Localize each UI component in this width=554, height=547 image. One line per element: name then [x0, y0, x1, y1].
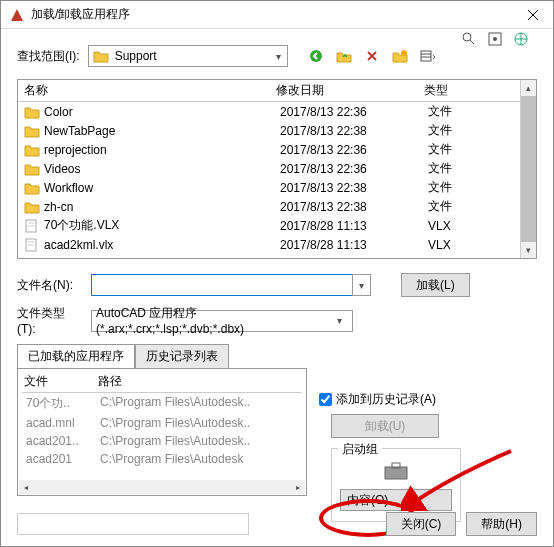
file-date: 2017/8/28 11:13	[280, 238, 428, 252]
startup-title: 启动组	[338, 441, 382, 458]
view-icons	[459, 29, 531, 49]
up-folder-icon[interactable]	[334, 46, 354, 66]
right-panel: 添加到历史记录(A) 卸载(U) 启动组 内容(O)...	[319, 391, 519, 522]
bottom-bar: 关闭(C) 帮助(H)	[17, 512, 537, 536]
folder-icon	[24, 181, 40, 195]
search-label: 查找范围(I):	[17, 48, 80, 65]
briefcase-icon	[383, 461, 409, 481]
file-type: 文件	[428, 122, 498, 139]
back-icon[interactable]	[306, 46, 326, 66]
file-type: 文件	[428, 179, 498, 196]
col-header-type[interactable]: 类型	[424, 82, 504, 99]
loaded-row[interactable]: acad201C:\Program Files\Autodesk	[22, 450, 302, 468]
loaded-file: acad.mnl	[24, 416, 100, 430]
filetype-label: 文件类型(T):	[17, 305, 83, 336]
tab-loaded[interactable]: 已加载的应用程序	[17, 344, 135, 368]
titlebar[interactable]: 加载/卸载应用程序	[1, 1, 553, 29]
file-icon	[24, 219, 40, 233]
file-name: Color	[44, 105, 280, 119]
file-type: VLX	[428, 238, 498, 252]
file-row[interactable]: Workflow2017/8/13 22:38文件	[18, 178, 536, 197]
preview-icon[interactable]	[485, 29, 505, 49]
chevron-down-icon[interactable]: ▾	[270, 51, 287, 62]
loaded-row[interactable]: 70个功..C:\Program Files\Autodesk..	[22, 393, 302, 414]
file-row[interactable]: Color2017/8/13 22:36文件	[18, 102, 536, 121]
file-row[interactable]: 70个功能.VLX2017/8/28 11:13VLX	[18, 216, 536, 235]
chevron-down-icon[interactable]: ▾	[331, 315, 348, 326]
dialog-window: 加载/卸载应用程序 查找范围(I): Support ▾	[0, 0, 554, 547]
titlebar-title: 加载/卸载应用程序	[31, 6, 513, 23]
file-name: Workflow	[44, 181, 280, 195]
file-name: 70个功能.VLX	[44, 217, 280, 234]
svg-point-13	[401, 50, 407, 56]
folder-icon	[24, 143, 40, 157]
status-box	[17, 513, 249, 535]
file-name: zh-cn	[44, 200, 280, 214]
file-row[interactable]: acad2kml.vlx2017/8/28 11:13VLX	[18, 235, 536, 254]
load-button[interactable]: 加载(L)	[401, 273, 470, 297]
col-header-name[interactable]: 名称	[18, 82, 276, 99]
scroll-right-icon[interactable]: ▸	[291, 480, 305, 494]
file-name: Videos	[44, 162, 280, 176]
filename-dropdown-icon[interactable]: ▾	[352, 274, 371, 296]
col-header-date[interactable]: 修改日期	[276, 82, 424, 99]
close-icon[interactable]	[513, 1, 553, 29]
file-list: 名称 修改日期 类型 Color2017/8/13 22:36文件NewTabP…	[17, 79, 537, 259]
file-icon	[24, 238, 40, 252]
loaded-row[interactable]: acad.mnlC:\Program Files\Autodesk..	[22, 414, 302, 432]
find-file-icon[interactable]	[459, 29, 479, 49]
filetype-text: AutoCAD 应用程序(*.arx;*.crx;*.lsp;*.dvb;*.d…	[96, 305, 331, 336]
loaded-file: acad201	[24, 452, 100, 466]
svg-point-6	[493, 37, 497, 41]
folder-icon	[24, 124, 40, 138]
loaded-path: C:\Program Files\Autodesk..	[100, 416, 302, 430]
file-type: 文件	[428, 103, 498, 120]
content-button[interactable]: 内容(O)...	[340, 489, 452, 511]
loaded-row[interactable]: acad201..C:\Program Files\Autodesk..	[22, 432, 302, 450]
add-history-input[interactable]	[319, 393, 332, 406]
new-folder-icon[interactable]	[390, 46, 410, 66]
dialog-content: 查找范围(I): Support ▾ 名称 修改日期 类型	[1, 29, 553, 546]
loaded-file: acad201..	[24, 434, 100, 448]
file-list-body[interactable]: Color2017/8/13 22:36文件NewTabPage2017/8/1…	[18, 102, 536, 258]
unload-button[interactable]: 卸载(U)	[331, 414, 439, 438]
views-icon[interactable]	[418, 46, 438, 66]
file-row[interactable]: NewTabPage2017/8/13 22:38文件	[18, 121, 536, 140]
file-row[interactable]: zh-cn2017/8/13 22:38文件	[18, 197, 536, 216]
file-row[interactable]: reprojection2017/8/13 22:36文件	[18, 140, 536, 159]
scroll-down-icon[interactable]: ▾	[521, 242, 536, 258]
loaded-col-path[interactable]: 路径	[98, 373, 302, 390]
delete-icon[interactable]	[362, 46, 382, 66]
add-history-checkbox[interactable]: 添加到历史记录(A)	[319, 391, 519, 408]
scroll-left-icon[interactable]: ◂	[19, 480, 33, 494]
tab-history[interactable]: 历史记录列表	[135, 344, 229, 368]
file-name: reprojection	[44, 143, 280, 157]
loaded-col-file[interactable]: 文件	[22, 373, 98, 390]
scroll-up-icon[interactable]: ▴	[521, 80, 536, 96]
folder-icon	[93, 49, 111, 63]
help-button[interactable]: 帮助(H)	[466, 512, 537, 536]
loaded-file: 70个功..	[24, 395, 100, 412]
app-icon	[9, 7, 25, 23]
filetype-combo[interactable]: AutoCAD 应用程序(*.arx;*.crx;*.lsp;*.dvb;*.d…	[91, 310, 353, 332]
filename-input[interactable]	[91, 274, 353, 296]
loaded-body[interactable]: 70个功..C:\Program Files\Autodesk..acad.mn…	[22, 393, 302, 468]
file-list-header: 名称 修改日期 类型	[18, 80, 536, 102]
filename-row: 文件名(N): ▾ 加载(L)	[17, 273, 537, 297]
filetype-row: 文件类型(T): AutoCAD 应用程序(*.arx;*.crx;*.lsp;…	[17, 305, 537, 336]
close-button[interactable]: 关闭(C)	[386, 512, 457, 536]
web-icon[interactable]	[511, 29, 531, 49]
path-select[interactable]: Support ▾	[88, 45, 288, 67]
folder-icon	[24, 105, 40, 119]
file-date: 2017/8/13 22:36	[280, 143, 428, 157]
h-scrollbar[interactable]: ◂ ▸	[19, 480, 305, 494]
file-row[interactable]: Videos2017/8/13 22:36文件	[18, 159, 536, 178]
scrollbar[interactable]: ▴ ▾	[520, 80, 536, 258]
loaded-path: C:\Program Files\Autodesk..	[100, 434, 302, 448]
svg-rect-14	[421, 51, 431, 61]
file-name: NewTabPage	[44, 124, 280, 138]
loaded-path: C:\Program Files\Autodesk	[100, 452, 302, 466]
svg-line-4	[470, 40, 474, 44]
file-type: 文件	[428, 198, 498, 215]
add-history-label: 添加到历史记录(A)	[336, 391, 436, 408]
